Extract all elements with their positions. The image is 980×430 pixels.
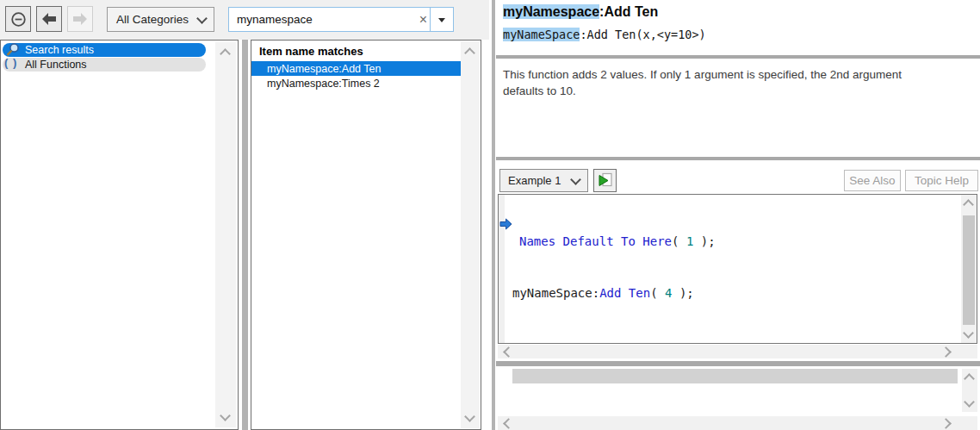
parentheses-icon: ( )	[4, 56, 17, 69]
scrollbar-thumb[interactable]	[963, 215, 975, 325]
output-splitter[interactable]	[496, 361, 980, 366]
log-horizontal-scrollbar[interactable]	[498, 416, 977, 430]
function-description: This function adds 2 values. If only 1 a…	[503, 66, 940, 99]
list-item-label: myNamespace:Times 2	[251, 78, 380, 90]
editor-horizontal-scrollbar[interactable]	[498, 345, 977, 358]
search-divider	[430, 8, 431, 31]
sidebar-item-search-results[interactable]: Search results	[3, 43, 206, 57]
list-item-times-2[interactable]: myNamespace:Times 2	[251, 76, 461, 90]
run-script-button[interactable]	[593, 169, 617, 192]
scroll-left-icon[interactable]	[503, 346, 514, 358]
splitter-bar	[492, 0, 495, 430]
matches-scrollbar[interactable]	[461, 41, 480, 428]
title-rest: :Add Ten	[599, 4, 658, 19]
scroll-up-icon[interactable]	[464, 47, 475, 59]
function-signature: myNameSpace:Add Ten(x,<y=10>)	[503, 28, 706, 41]
topic-help-label: Topic Help	[915, 174, 969, 187]
log-panel[interactable]	[498, 367, 977, 416]
left-panel-scrollbar[interactable]	[215, 42, 236, 427]
example-dropdown-value: Example 1	[500, 174, 561, 187]
scroll-left-icon[interactable]	[503, 418, 514, 429]
example-dropdown[interactable]: Example 1	[499, 169, 588, 192]
sidebar-item-all-functions[interactable]: ( ) All Functions	[3, 58, 206, 72]
scroll-down-icon[interactable]	[464, 411, 475, 422]
scroll-right-icon[interactable]	[940, 346, 952, 358]
search-history-caret-icon[interactable]	[438, 18, 445, 22]
example-code-editor[interactable]: Names Default To Here( 1 ); myNameSpace:…	[498, 194, 977, 344]
back-arrow-icon	[41, 12, 57, 26]
editor-gutter	[499, 195, 505, 343]
category-dropdown[interactable]: All Categories	[107, 7, 214, 32]
scroll-down-icon[interactable]	[963, 327, 974, 339]
code-line-2: myNameSpace:Add Ten( 4 );	[512, 284, 716, 302]
editor-scrollbar[interactable]	[961, 195, 977, 343]
clear-search-icon[interactable]: ×	[419, 11, 427, 28]
scroll-down-icon[interactable]	[220, 410, 231, 421]
code-line-1: Names Default To Here( 1 );	[512, 233, 716, 250]
category-list-panel: Search results ( ) All Functions	[0, 40, 239, 430]
left-splitter[interactable]	[240, 40, 250, 430]
scroll-up-icon[interactable]	[220, 48, 231, 59]
category-value: All Categories	[108, 13, 189, 26]
matches-panel: Item name matches myNamespace:Add Ten my…	[251, 40, 481, 430]
scroll-up-icon[interactable]	[964, 373, 975, 384]
list-item-label: myNamespace:Add Ten	[251, 63, 381, 75]
forward-button[interactable]	[67, 6, 93, 32]
toolbar: All Categories ×	[0, 0, 489, 40]
signature-search-highlight: myNameSpace	[503, 28, 580, 41]
forward-arrow-icon	[72, 12, 88, 26]
detail-panel: myNamespace:Add Ten myNameSpace:Add Ten(…	[496, 0, 980, 430]
scripting-index-window: All Categories × Search results ( ) All …	[0, 0, 980, 430]
see-also-label: See Also	[849, 174, 895, 187]
log-selected-line	[512, 369, 958, 383]
run-script-icon	[597, 172, 613, 189]
list-item-add-ten[interactable]: myNamespace:Add Ten	[251, 61, 461, 76]
log-scrollbar[interactable]	[962, 369, 977, 412]
splitter-bar	[242, 40, 248, 430]
section-divider	[496, 55, 980, 59]
page-title: myNamespace:Add Ten	[503, 4, 658, 20]
see-also-button[interactable]: See Also	[844, 170, 901, 191]
topic-help-button[interactable]: Topic Help	[905, 170, 978, 191]
section-divider	[496, 157, 980, 160]
title-search-highlight: myNamespace	[503, 4, 599, 19]
main-splitter[interactable]	[489, 0, 496, 430]
search-input[interactable]	[231, 9, 400, 29]
search-box: ×	[228, 7, 454, 32]
execution-arrow-icon	[499, 218, 512, 230]
chevron-down-icon	[196, 13, 208, 24]
scroll-down-icon[interactable]	[964, 396, 975, 408]
signature-rest: :Add Ten(x,<y=10>)	[580, 28, 705, 41]
scroll-up-icon[interactable]	[963, 199, 974, 210]
chevron-down-icon	[570, 174, 581, 185]
back-button[interactable]	[36, 6, 62, 32]
matches-header: Item name matches	[259, 45, 363, 58]
circle-minus-icon	[10, 11, 27, 28]
code-block: Names Default To Here( 1 ); myNameSpace:…	[512, 198, 716, 336]
collapse-button[interactable]	[5, 6, 31, 32]
scroll-right-icon[interactable]	[940, 418, 952, 429]
